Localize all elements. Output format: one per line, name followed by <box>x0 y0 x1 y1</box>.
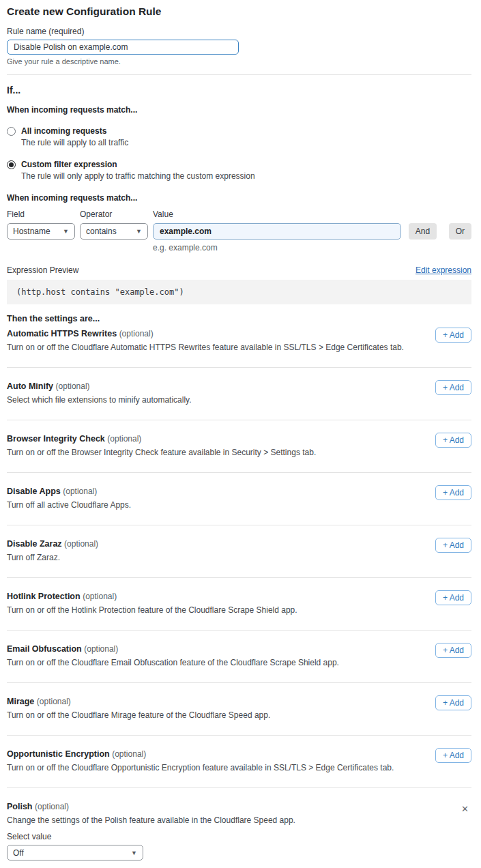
setting-name: Mirage <box>7 697 34 706</box>
add-button[interactable]: + Add <box>435 695 471 710</box>
expression-preview-label: Expression Preview <box>7 265 78 275</box>
optional-tag: (optional) <box>63 487 97 496</box>
setting-row-browser-integrity-check: Browser Integrity Check (optional) Turn … <box>7 420 471 473</box>
setting-description: Change the settings of the Polish featur… <box>7 815 471 825</box>
setting-row-hotlink-protection: Hotlink Protection (optional) Turn on or… <box>7 578 471 631</box>
setting-description: Turn off Zaraz. <box>7 553 471 562</box>
value-label: Value <box>153 209 401 219</box>
add-button[interactable]: + Add <box>435 538 471 553</box>
optional-tag: (optional) <box>83 592 117 601</box>
add-button[interactable]: + Add <box>435 328 471 343</box>
add-button[interactable]: + Add <box>435 643 471 658</box>
optional-tag: (optional) <box>64 539 98 549</box>
polish-value-select[interactable]: Off ▼ <box>7 845 143 860</box>
radio-selected-icon[interactable] <box>7 160 16 169</box>
setting-row-opportunistic-encryption: Opportunistic Encryption (optional) Turn… <box>7 736 471 788</box>
setting-row-auto-minify: Auto Minify (optional) Select which file… <box>7 368 471 420</box>
radio-option-label: Custom filter expression <box>21 160 255 169</box>
rule-name-input[interactable] <box>7 40 239 55</box>
add-button[interactable]: + Add <box>435 590 471 605</box>
chevron-down-icon: ▼ <box>136 228 142 235</box>
expression-builder: Field Hostname ▼ Operator contains ▼ Val… <box>7 209 471 252</box>
radio-unselected-icon[interactable] <box>7 127 16 136</box>
setting-name: Email Obfuscation <box>7 644 82 654</box>
operator-select-value: contains <box>86 227 117 236</box>
chevron-down-icon: ▼ <box>63 228 69 235</box>
field-select[interactable]: Hostname ▼ <box>7 223 75 240</box>
value-help: e.g. example.com <box>153 243 401 252</box>
setting-name: Disable Zaraz <box>7 539 62 549</box>
and-button[interactable]: And <box>409 223 437 240</box>
chevron-down-icon: ▼ <box>131 850 137 856</box>
or-button[interactable]: Or <box>449 223 471 240</box>
radio-option-label: All incoming requests <box>21 126 128 136</box>
optional-tag: (optional) <box>107 434 141 444</box>
rule-name-label: Rule name (required) <box>7 27 471 36</box>
setting-row-automatic-https-rewrites: Automatic HTTPS Rewrites (optional) Turn… <box>7 323 471 368</box>
optional-tag: (optional) <box>56 381 90 391</box>
then-settings-heading: Then the settings are... <box>7 314 471 323</box>
setting-description: Turn on or off the Hotlink Protection fe… <box>7 605 471 615</box>
optional-tag: (optional) <box>84 644 118 654</box>
rule-name-help: Give your rule a descriptive name. <box>7 57 471 66</box>
setting-description: Turn on or off the Cloudflare Mirage fea… <box>7 710 471 720</box>
incoming-match-label-2: When incoming requests match... <box>7 193 471 203</box>
page-title: Create new Configuration Rule <box>7 5 471 18</box>
match-type-radio-group: All incoming requests The rule will appl… <box>7 126 471 181</box>
optional-tag: (optional) <box>37 697 71 706</box>
setting-row-disable-apps: Disable Apps (optional) Turn off all act… <box>7 473 471 525</box>
add-button[interactable]: + Add <box>435 485 471 500</box>
optional-tag: (optional) <box>35 802 69 811</box>
incoming-match-label: When incoming requests match... <box>7 105 471 115</box>
setting-description: Turn off all active Cloudflare Apps. <box>7 500 471 510</box>
setting-description: Select which file extensions to minify a… <box>7 395 471 405</box>
operator-label: Operator <box>80 209 148 219</box>
rule-name-section: Rule name (required) Give your rule a de… <box>7 27 471 66</box>
setting-name: Browser Integrity Check <box>7 434 105 444</box>
setting-description: Turn on or off the Cloudflare Email Obfu… <box>7 658 471 667</box>
create-configuration-rule-form: Create new Configuration Rule Rule name … <box>0 5 481 868</box>
section-divider <box>7 74 471 75</box>
add-button[interactable]: + Add <box>435 433 471 448</box>
field-label: Field <box>7 209 75 219</box>
optional-tag: (optional) <box>119 329 154 338</box>
edit-expression-link[interactable]: Edit expression <box>416 265 471 275</box>
setting-description: Turn on or off the Cloudflare Opportunis… <box>7 763 471 772</box>
polish-select-label: Select value <box>7 832 471 841</box>
radio-option-description: The rule will apply to all traffic <box>21 138 128 147</box>
setting-row-disable-zaraz: Disable Zaraz (optional) Turn off Zaraz.… <box>7 525 471 578</box>
setting-name: Automatic HTTPS Rewrites <box>7 329 117 338</box>
setting-row-mirage: Mirage (optional) Turn on or off the Clo… <box>7 683 471 736</box>
radio-option-all-incoming-requests[interactable]: All incoming requests The rule will appl… <box>7 126 471 147</box>
add-button[interactable]: + Add <box>435 748 471 763</box>
radio-option-description: The rule will only apply to traffic matc… <box>21 171 255 181</box>
if-heading: If... <box>7 85 471 96</box>
setting-name: Disable Apps <box>7 487 61 496</box>
operator-select[interactable]: contains ▼ <box>80 223 148 240</box>
setting-name: Opportunistic Encryption <box>7 749 110 759</box>
radio-option-custom-filter-expression[interactable]: Custom filter expression The rule will o… <box>7 160 471 181</box>
close-icon[interactable]: ✕ <box>460 803 470 815</box>
setting-row-polish: Polish (optional) ✕ Change the settings … <box>7 788 471 868</box>
setting-name: Hotlink Protection <box>7 592 81 601</box>
setting-description: Turn on or off the Browser Integrity Che… <box>7 448 471 457</box>
optional-tag: (optional) <box>112 749 146 759</box>
value-input[interactable] <box>153 223 401 240</box>
expression-preview-code: (http.host contains "example.com") <box>7 280 471 304</box>
setting-name: Auto Minify <box>7 381 53 391</box>
setting-row-email-obfuscation: Email Obfuscation (optional) Turn on or … <box>7 631 471 683</box>
add-button[interactable]: + Add <box>435 380 471 395</box>
setting-name: Polish <box>7 802 33 811</box>
polish-select-value: Off <box>13 848 24 858</box>
field-select-value: Hostname <box>13 227 50 236</box>
setting-description: Turn on or off the Cloudflare Automatic … <box>7 343 471 352</box>
